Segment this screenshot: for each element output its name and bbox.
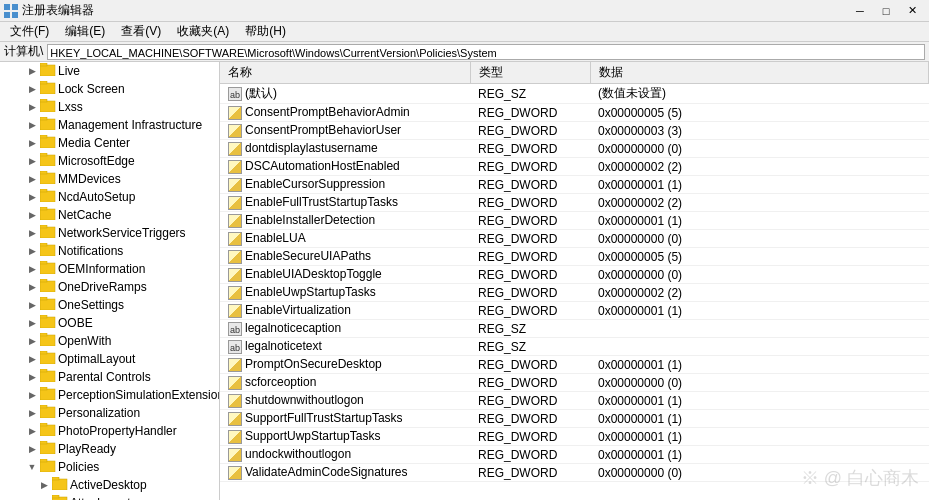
tree-item[interactable]: ▶OptimalLayout — [0, 350, 219, 368]
tree-item[interactable]: ▶Media Center — [0, 134, 219, 152]
folder-icon — [40, 387, 56, 403]
table-row[interactable]: EnableUwpStartupTasksREG_DWORD0x00000002… — [220, 284, 929, 302]
tree-toggle-icon[interactable]: ▶ — [24, 120, 40, 130]
tree-item[interactable]: ▶PhotoPropertyHandler — [0, 422, 219, 440]
table-row[interactable]: EnableLUAREG_DWORD0x00000000 (0) — [220, 230, 929, 248]
folder-icon — [40, 63, 56, 79]
maximize-button[interactable]: □ — [873, 1, 899, 21]
tree-item[interactable]: ▶Lock Screen — [0, 80, 219, 98]
tree-toggle-icon[interactable]: ▶ — [24, 228, 40, 238]
tree-toggle-icon[interactable]: ▶ — [24, 354, 40, 364]
table-row[interactable]: ValidateAdminCodeSignaturesREG_DWORD0x00… — [220, 464, 929, 482]
table-row[interactable]: undockwithoutlogonREG_DWORD0x00000001 (1… — [220, 446, 929, 464]
tree-item[interactable]: ▶OneDriveRamps — [0, 278, 219, 296]
table-row[interactable]: shutdownwithoutlogonREG_DWORD0x00000001 … — [220, 392, 929, 410]
table-row[interactable]: SupportFullTrustStartupTasksREG_DWORD0x0… — [220, 410, 929, 428]
tree-toggle-icon[interactable]: ▶ — [24, 444, 40, 454]
cell-name: ValidateAdminCodeSignatures — [220, 464, 470, 482]
cell-type: REG_DWORD — [470, 176, 590, 194]
table-row[interactable]: EnableUIADesktopToggleREG_DWORD0x0000000… — [220, 266, 929, 284]
svg-rect-20 — [40, 209, 55, 220]
cell-name: undockwithoutlogon — [220, 446, 470, 464]
tree-toggle-icon[interactable]: ▶ — [24, 282, 40, 292]
svg-rect-39 — [40, 369, 47, 372]
col-name[interactable]: 名称 — [220, 62, 470, 84]
table-row[interactable]: EnableCursorSuppressionREG_DWORD0x000000… — [220, 176, 929, 194]
table-row[interactable]: EnableInstallerDetectionREG_DWORD0x00000… — [220, 212, 929, 230]
tree-item[interactable]: ▶PerceptionSimulationExtensions — [0, 386, 219, 404]
tree-toggle-icon[interactable]: ▶ — [24, 84, 40, 94]
tree-toggle-icon[interactable]: ▶ — [24, 300, 40, 310]
tree-item[interactable]: ▶NetCache — [0, 206, 219, 224]
table-row[interactable]: EnableVirtualizationREG_DWORD0x00000001 … — [220, 302, 929, 320]
tree-item[interactable]: ▶OpenWith — [0, 332, 219, 350]
menu-file[interactable]: 文件(F) — [2, 21, 57, 42]
tree-item-label: MMDevices — [58, 172, 121, 186]
table-row[interactable]: SupportUwpStartupTasksREG_DWORD0x0000000… — [220, 428, 929, 446]
tree-item[interactable]: ▶PlayReady — [0, 440, 219, 458]
table-row[interactable]: PromptOnSecureDesktopREG_DWORD0x00000001… — [220, 356, 929, 374]
svg-rect-53 — [52, 495, 59, 498]
tree-toggle-icon[interactable]: ▶ — [24, 426, 40, 436]
svg-rect-50 — [52, 479, 67, 490]
tree-item-label: Policies — [58, 460, 99, 474]
cell-name: EnableCursorSuppression — [220, 176, 470, 194]
tree-item[interactable]: ▶OOBE — [0, 314, 219, 332]
table-row[interactable]: DSCAutomationHostEnabledREG_DWORD0x00000… — [220, 158, 929, 176]
tree-toggle-icon[interactable]: ▶ — [24, 390, 40, 400]
tree-item-label: ActiveDesktop — [70, 478, 147, 492]
table-row[interactable]: ab(默认)REG_SZ(数值未设置) — [220, 84, 929, 104]
tree-toggle-icon[interactable]: ▶ — [24, 210, 40, 220]
col-type[interactable]: 类型 — [470, 62, 590, 84]
tree-toggle-icon[interactable]: ▶ — [24, 336, 40, 346]
col-data[interactable]: 数据 — [590, 62, 929, 84]
table-row[interactable]: ConsentPromptBehaviorUserREG_DWORD0x0000… — [220, 122, 929, 140]
tree-item[interactable]: ▶NcdAutoSetup — [0, 188, 219, 206]
tree-toggle-icon[interactable]: ▶ — [24, 66, 40, 76]
close-button[interactable]: ✕ — [899, 1, 925, 21]
tree-toggle-icon[interactable]: ▶ — [24, 318, 40, 328]
tree-item[interactable]: ▶Management Infrastructure — [0, 116, 219, 134]
cell-name: EnableSecureUIAPaths — [220, 248, 470, 266]
tree-item[interactable]: ▶Lxss — [0, 98, 219, 116]
table-row[interactable]: EnableSecureUIAPathsREG_DWORD0x00000005 … — [220, 248, 929, 266]
table-row[interactable]: ConsentPromptBehaviorAdminREG_DWORD0x000… — [220, 104, 929, 122]
tree-item[interactable]: ▶MicrosoftEdge — [0, 152, 219, 170]
tree-item[interactable]: ▶MMDevices — [0, 170, 219, 188]
tree-toggle-icon[interactable]: ▶ — [24, 408, 40, 418]
tree-item[interactable]: ▶Personalization — [0, 404, 219, 422]
tree-item[interactable]: ▶ActiveDesktop — [0, 476, 219, 494]
tree-item[interactable]: ▶OneSettings — [0, 296, 219, 314]
table-row[interactable]: ablegalnoticecaptionREG_SZ — [220, 320, 929, 338]
table-row[interactable]: scforceoptionREG_DWORD0x00000000 (0) — [220, 374, 929, 392]
table-row[interactable]: EnableFullTrustStartupTasksREG_DWORD0x00… — [220, 194, 929, 212]
tree-toggle-icon[interactable]: ▶ — [36, 480, 52, 490]
tree-item[interactable]: ▶OEMInformation — [0, 260, 219, 278]
tree-toggle-icon[interactable]: ▼ — [24, 462, 40, 472]
tree-item[interactable]: ▶NetworkServiceTriggers — [0, 224, 219, 242]
tree-toggle-icon[interactable]: ▶ — [24, 264, 40, 274]
menu-help[interactable]: 帮助(H) — [237, 21, 294, 42]
tree-item[interactable]: ▶Notifications — [0, 242, 219, 260]
tree-toggle-icon[interactable]: ▶ — [24, 246, 40, 256]
tree-item[interactable]: ▼Policies — [0, 458, 219, 476]
tree-toggle-icon[interactable]: ▶ — [24, 192, 40, 202]
tree-toggle-icon[interactable]: ▶ — [24, 156, 40, 166]
tree-toggle-icon[interactable]: ▶ — [24, 372, 40, 382]
tree-toggle-icon[interactable]: ▶ — [24, 174, 40, 184]
menu-favorites[interactable]: 收藏夹(A) — [169, 21, 237, 42]
address-path[interactable]: HKEY_LOCAL_MACHINE\SOFTWARE\Microsoft\Wi… — [47, 44, 925, 60]
menu-edit[interactable]: 编辑(E) — [57, 21, 113, 42]
menu-view[interactable]: 查看(V) — [113, 21, 169, 42]
table-row[interactable]: ablegalnoticetextREG_SZ — [220, 338, 929, 356]
folder-icon — [40, 171, 56, 187]
tree-toggle-icon[interactable]: ▶ — [24, 102, 40, 112]
tree-item[interactable]: ▶Live — [0, 62, 219, 80]
table-row[interactable]: dontdisplaylastusernameREG_DWORD0x000000… — [220, 140, 929, 158]
minimize-button[interactable]: ─ — [847, 1, 873, 21]
tree-item[interactable]: ▶Parental Controls — [0, 368, 219, 386]
tree-toggle-icon[interactable]: ▶ — [24, 138, 40, 148]
cell-name: EnableFullTrustStartupTasks — [220, 194, 470, 212]
svg-rect-9 — [40, 99, 47, 102]
tree-item[interactable]: ▶Attachments — [0, 494, 219, 500]
